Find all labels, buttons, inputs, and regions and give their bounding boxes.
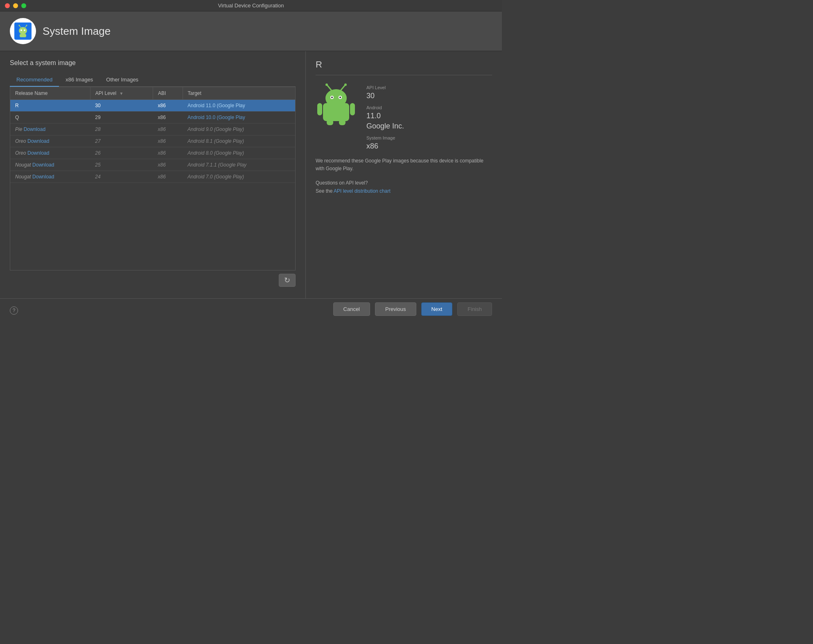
previous-button[interactable]: Previous (375, 302, 416, 316)
svg-point-14 (339, 97, 341, 98)
cell-release-name: Q (10, 112, 90, 124)
cell-target: Android 11.0 (Google Play (183, 100, 295, 112)
svg-point-18 (344, 83, 347, 86)
svg-point-6 (19, 25, 20, 26)
download-link[interactable]: Download (32, 174, 54, 180)
window-title: Virtual Device Configuration (218, 2, 284, 9)
svg-rect-22 (339, 119, 346, 125)
next-button[interactable]: Next (421, 302, 453, 316)
col-api-level[interactable]: API Level ▼ (90, 87, 153, 100)
download-link[interactable]: Download (27, 138, 49, 144)
android-logo (10, 18, 36, 44)
svg-point-10 (325, 89, 347, 107)
cell-api-level: 27 (90, 135, 153, 147)
recommendation-text: We recommend these Google Play images be… (316, 157, 492, 173)
help-button[interactable]: ? (10, 306, 18, 315)
footer-wrapper: ? Cancel Previous Next Finish (0, 298, 502, 319)
cell-abi: x86 (153, 171, 183, 183)
svg-line-16 (341, 85, 345, 90)
tab-other-images[interactable]: Other Images (99, 73, 145, 87)
cell-target: Android 8.0 (Google Play) (183, 147, 295, 159)
detail-title: R (316, 59, 492, 75)
svg-point-3 (24, 29, 25, 31)
table-row[interactable]: Oreo Download27x86Android 8.1 (Google Pl… (10, 135, 295, 147)
cancel-button[interactable]: Cancel (333, 302, 370, 316)
cell-api-level: 30 (90, 100, 153, 112)
vendor-value: Google Inc. (366, 122, 404, 131)
refresh-button[interactable]: ↻ (279, 274, 296, 287)
cell-release-name: Nougat Download (10, 159, 90, 171)
cell-abi: x86 (153, 147, 183, 159)
api-level-label: API Level (366, 85, 404, 90)
svg-rect-8 (20, 34, 26, 37)
svg-point-2 (20, 29, 22, 31)
cell-api-level: 24 (90, 171, 153, 183)
cell-target: Android 7.1.1 (Google Play (183, 159, 295, 171)
recommendation-body: We recommend these Google Play images be… (316, 158, 483, 171)
table-row[interactable]: Nougat Download25x86Android 7.1.1 (Googl… (10, 159, 295, 171)
table-row[interactable]: Pie Download28x86Android 9.0 (Google Pla… (10, 124, 295, 135)
cell-api-level: 25 (90, 159, 153, 171)
tab-recommended[interactable]: Recommended (10, 73, 59, 87)
detail-info: API Level 30 Android 11.0 Google Inc. Sy… (366, 82, 404, 151)
header: System Image (0, 11, 502, 51)
tab-x86-images[interactable]: x86 Images (59, 73, 99, 87)
api-distribution-link[interactable]: API level distribution chart (334, 188, 391, 194)
android-preview: API Level 30 Android 11.0 Google Inc. Sy… (316, 82, 492, 151)
android-label: Android (366, 105, 404, 110)
main-content: Select a system image Recommended x86 Im… (0, 51, 502, 298)
cell-abi: x86 (153, 124, 183, 135)
download-link[interactable]: Download (27, 150, 49, 156)
api-questions: Questions on API level? See the API leve… (316, 179, 492, 195)
cell-api-level: 28 (90, 124, 153, 135)
svg-point-13 (331, 97, 333, 98)
table-footer: ↻ (10, 270, 296, 290)
android-value: 11.0 (366, 112, 404, 120)
svg-point-1 (19, 27, 27, 34)
cell-release-name: R (10, 100, 90, 112)
col-release-name: Release Name (10, 87, 90, 100)
android-robot-image (316, 82, 357, 127)
right-panel: R (305, 51, 502, 298)
cell-target: Android 8.1 (Google Play) (183, 135, 295, 147)
download-link[interactable]: Download (32, 162, 54, 168)
svg-line-15 (327, 85, 331, 90)
table-row[interactable]: Oreo Download26x86Android 8.0 (Google Pl… (10, 147, 295, 159)
system-image-value: x86 (366, 142, 404, 151)
tabs-container: Recommended x86 Images Other Images (10, 73, 296, 87)
cell-abi: x86 (153, 135, 183, 147)
maximize-button[interactable] (21, 3, 26, 8)
cell-api-level: 29 (90, 112, 153, 124)
title-bar: Virtual Device Configuration (0, 0, 502, 11)
table-row[interactable]: R30x86Android 11.0 (Google Play (10, 100, 295, 112)
minimize-button[interactable] (13, 3, 18, 8)
finish-button: Finish (457, 302, 492, 316)
svg-point-17 (325, 83, 328, 86)
cell-release-name: Pie Download (10, 124, 90, 135)
api-level-value: 30 (366, 92, 404, 100)
cell-release-name: Oreo Download (10, 135, 90, 147)
traffic-lights (5, 3, 26, 8)
cell-release-name: Oreo Download (10, 147, 90, 159)
system-image-label: System Image (366, 135, 404, 140)
cell-target: Android 10.0 (Google Play (183, 112, 295, 124)
svg-point-7 (26, 25, 27, 26)
col-abi: ABI (153, 87, 183, 100)
cell-api-level: 26 (90, 147, 153, 159)
section-title: Select a system image (10, 59, 296, 67)
cell-abi: x86 (153, 159, 183, 171)
col-target: Target (183, 87, 295, 100)
table-row[interactable]: Q29x86Android 10.0 (Google Play (10, 112, 295, 124)
table-row[interactable]: Nougat Download24x86Android 7.0 (Google … (10, 171, 295, 183)
sort-arrow: ▼ (120, 91, 124, 96)
left-panel: Select a system image Recommended x86 Im… (0, 51, 305, 298)
cell-abi: x86 (153, 112, 183, 124)
close-button[interactable] (5, 3, 10, 8)
cell-release-name: Nougat Download (10, 171, 90, 183)
svg-rect-20 (350, 103, 355, 115)
cell-target: Android 9.0 (Google Play) (183, 124, 295, 135)
page-title: System Image (43, 25, 111, 38)
cell-target: Android 7.0 (Google Play) (183, 171, 295, 183)
download-link[interactable]: Download (24, 126, 45, 132)
questions-text: Questions on API level? (316, 180, 368, 186)
